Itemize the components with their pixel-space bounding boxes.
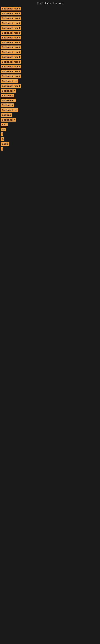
list-item[interactable]: Bo [1,128,99,131]
bottleneck-result-badge: Bottleneck result [1,84,21,88]
bottleneck-result-badge: Bottleneck result [1,36,21,40]
bottleneck-result-badge: Bottleneck r [1,98,16,102]
bottleneck-result-badge: Bottleneck result [1,50,21,54]
site-title: TheBottlenecker.com [0,0,100,6]
bottleneck-result-badge: Bottleneck [1,104,14,107]
list-item[interactable]: Bottleneck res [1,108,99,112]
bottleneck-result-badge: Bottlene [1,113,12,117]
list-item[interactable]: Bottleneck [1,94,99,98]
bottleneck-result-badge: Bottleneck result [1,26,21,30]
list-item[interactable]: Bottle [1,142,99,146]
bottleneck-result-badge: Bottleneck result [1,21,21,25]
list-item[interactable]: | [1,132,99,136]
bottleneck-result-badge: Bottleneck result [1,55,21,59]
bottleneck-result-badge: Bottleneck res [1,79,18,83]
bottleneck-result-badge: Bottleneck result [1,74,21,78]
list-item[interactable]: Bottleneck result [1,26,99,30]
list-item[interactable]: | [1,147,99,150]
list-item[interactable]: Bottleneck result [1,84,99,88]
bottleneck-result-badge: Bottleneck result [1,16,21,20]
bottleneck-result-badge: Bottleneck r [1,118,16,122]
bottleneck-result-badge: Bottleneck result [1,31,21,34]
bottleneck-result-badge: Bottle [1,142,9,146]
list-item[interactable]: Bottleneck [1,104,99,107]
list-item[interactable]: Bottleneck result [1,46,99,49]
bottleneck-result-badge: B [1,137,4,141]
bottleneck-result-badge: Bottleneck result [1,7,21,10]
bottleneck-result-badge: Bottleneck result [1,46,21,49]
list-item[interactable]: Bottleneck result [1,36,99,40]
list-item[interactable]: Bottleneck result [1,55,99,59]
list-item[interactable]: B [1,137,99,141]
bottleneck-result-badge: Bottleneck result [1,65,21,68]
bottleneck-result-badge: Bottleneck r [1,89,16,92]
bottleneck-result-badge: Bott [1,123,8,126]
bottleneck-result-badge: Bo [1,128,6,131]
list-item[interactable]: Bottleneck result [1,12,99,15]
bottleneck-result-badge: Bottleneck result [1,12,21,15]
bottleneck-result-badge: Bottleneck result [1,60,21,64]
bottleneck-result-badge: Bottleneck result [1,70,21,73]
list-item[interactable]: Bottleneck result [1,7,99,10]
list-item[interactable]: Bottleneck result [1,65,99,68]
bottleneck-result-badge: | [1,132,3,136]
list-item[interactable]: Bottleneck r [1,118,99,122]
list-item[interactable]: Bottleneck result [1,31,99,34]
list-item[interactable]: Bottleneck result [1,60,99,64]
list-item[interactable]: Bott [1,123,99,126]
bottleneck-result-badge: Bottleneck result [1,41,21,44]
list-item[interactable]: Bottleneck result [1,41,99,44]
list-item[interactable]: Bottleneck result [1,70,99,73]
list-item[interactable]: Bottleneck result [1,74,99,78]
list-item[interactable]: Bottleneck result [1,21,99,25]
list-item[interactable]: Bottleneck r [1,98,99,102]
bottleneck-result-badge: Bottleneck res [1,108,18,112]
list-item[interactable]: Bottleneck result [1,50,99,54]
list-item[interactable]: Bottleneck r [1,89,99,92]
list-item[interactable]: Bottleneck res [1,79,99,83]
bottleneck-result-badge: Bottleneck [1,94,14,98]
list-item[interactable]: Bottlene [1,113,99,117]
list-item[interactable]: Bottleneck result [1,16,99,20]
bottleneck-result-badge: | [1,147,3,150]
